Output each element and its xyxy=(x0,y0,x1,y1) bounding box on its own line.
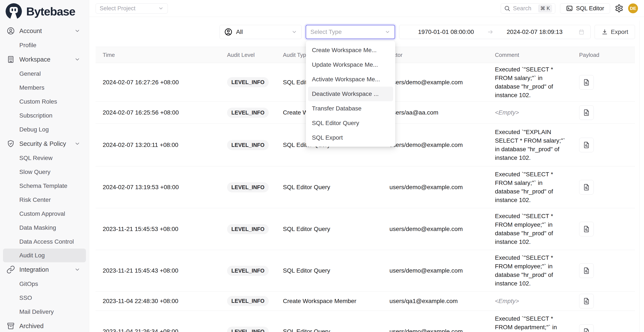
sidebar-item-slow-query[interactable]: Slow Query xyxy=(0,165,89,179)
dropdown-option-transfer-database[interactable]: Transfer Database xyxy=(308,101,393,116)
type-filter-dropdown[interactable]: Select Type xyxy=(306,25,395,39)
sidebar-item-profile[interactable]: Profile xyxy=(0,38,89,52)
cell-actor: users/qa1@example.com xyxy=(390,298,495,305)
export-label: Export xyxy=(611,28,628,35)
cell-audit-level: LEVEL_INFO xyxy=(227,140,283,150)
select-project-dropdown[interactable]: Select Project xyxy=(96,3,168,13)
cell-time: 2023-11-04 21:26:34 +08:00 xyxy=(96,328,227,332)
sidebar-item-data-access-control[interactable]: Data Access Control xyxy=(0,235,89,249)
sidebar-item-general[interactable]: General xyxy=(0,67,89,81)
dropdown-option-update-workspace-member[interactable]: Update Workspace Me... xyxy=(308,57,393,72)
cell-comment: Executed `"EXPLAIN SELECT * FROM salary;… xyxy=(495,128,579,162)
actor-filter-value: All xyxy=(236,28,243,35)
sidebar-item-gitops[interactable]: GitOps xyxy=(0,277,89,291)
column-header-time: Time xyxy=(96,52,227,58)
sidebar-item-workspace[interactable]: Workspace xyxy=(0,52,89,67)
cell-actor: users/demo@example.com xyxy=(390,142,495,149)
top-bar: Select Project Search ⌘ K SQL Editor DE xyxy=(89,0,644,17)
cell-audit-level: LEVEL_INFO xyxy=(227,108,283,118)
sidebar-item-audit-log[interactable]: Audit Log xyxy=(3,249,86,262)
table-row: 2023-11-21 15:45:43 +08:00 LEVEL_INFO SQ… xyxy=(96,250,635,292)
sidebar-item-schema-template[interactable]: Schema Template xyxy=(0,179,89,193)
cell-time: 2024-02-07 16:25:56 +08:00 xyxy=(96,109,227,116)
sidebar-nav: Account Profile Workspace General Member… xyxy=(0,20,89,332)
cell-time: 2023-11-21 15:45:53 +08:00 xyxy=(96,226,227,232)
payload-view-button[interactable] xyxy=(579,222,594,236)
sql-editor-button[interactable]: SQL Editor xyxy=(560,3,610,13)
file-search-icon xyxy=(582,141,590,149)
dropdown-option-sql-export[interactable]: SQL Export xyxy=(308,130,393,145)
cell-audit-type: SQL Editor Query xyxy=(283,328,390,332)
export-button[interactable]: Export xyxy=(594,25,635,39)
sidebar-item-subscription[interactable]: Subscription xyxy=(0,109,89,123)
sidebar-item-sso[interactable]: SSO xyxy=(0,291,89,305)
sql-editor-label: SQL Editor xyxy=(576,5,604,12)
sidebar-item-members[interactable]: Members xyxy=(0,81,89,95)
file-search-icon xyxy=(582,109,590,117)
scrollbar-track[interactable] xyxy=(640,20,640,332)
brand[interactable]: Bytebase xyxy=(0,0,89,20)
dropdown-option-sql-editor-query[interactable]: SQL Editor Query xyxy=(308,116,393,130)
cell-actor: users/demo@example.com xyxy=(390,328,495,332)
sidebar-item-mail-delivery[interactable]: Mail Delivery xyxy=(0,305,89,319)
gear-icon[interactable] xyxy=(615,4,624,13)
shield-check-icon xyxy=(6,139,15,148)
cell-actor: users/demo@example.com xyxy=(390,267,495,274)
payload-view-button[interactable] xyxy=(579,138,594,152)
column-header-actor: Actor xyxy=(390,52,495,58)
search-placeholder: Search xyxy=(513,5,532,12)
user-circle-icon xyxy=(224,28,233,36)
sidebar-item-label: Security & Policy xyxy=(19,140,66,147)
dropdown-option-deactivate-workspace-member[interactable]: Deactivate Workspace ... xyxy=(308,87,393,101)
payload-view-button[interactable] xyxy=(579,105,594,120)
dropdown-option-create-workspace-member[interactable]: Create Workspace Me... xyxy=(308,43,393,57)
cell-audit-level: LEVEL_INFO xyxy=(227,77,283,87)
payload-view-button[interactable] xyxy=(579,263,594,278)
date-range-picker[interactable]: 1970-01-01 08:00:00 2024-02-07 18:09:13 xyxy=(399,25,590,39)
chevron-down-icon xyxy=(292,29,297,35)
cell-comment: Executed `"SELECT * FROM employee;"` in … xyxy=(495,212,579,246)
cell-payload xyxy=(579,75,635,90)
search-shortcut-badge: ⌘ K xyxy=(538,4,552,12)
chevron-down-icon xyxy=(158,5,164,11)
search-input[interactable]: Search ⌘ K xyxy=(501,3,555,13)
bytebase-logo-icon xyxy=(6,3,22,19)
sidebar-item-debug-log[interactable]: Debug Log xyxy=(0,123,89,136)
cell-time: 2024-02-07 13:19:53 +08:00 xyxy=(96,184,227,191)
cell-audit-level: LEVEL_INFO xyxy=(227,266,283,276)
cell-time: 2023-11-04 22:48:30 +08:00 xyxy=(96,298,227,305)
sidebar-item-custom-roles[interactable]: Custom Roles xyxy=(0,95,89,109)
date-to-value[interactable]: 2024-02-07 18:09:13 xyxy=(494,28,576,35)
sidebar-item-archived[interactable]: Archived xyxy=(0,319,89,332)
chevron-down-icon xyxy=(74,56,80,62)
chevron-down-icon xyxy=(74,141,80,147)
arrow-right-icon xyxy=(487,29,494,35)
cell-actor: users/demo@example.com xyxy=(390,184,495,191)
payload-view-button[interactable] xyxy=(579,180,594,194)
sidebar-item-security-policy[interactable]: Security & Policy xyxy=(0,136,89,151)
level-badge: LEVEL_INFO xyxy=(227,266,269,276)
sidebar-item-data-masking[interactable]: Data Masking xyxy=(0,221,89,235)
actor-filter-dropdown[interactable]: All xyxy=(220,25,302,39)
sidebar-item-risk-center[interactable]: Risk Center xyxy=(0,193,89,207)
user-circle-icon xyxy=(6,27,15,35)
sidebar-item-label: Workspace xyxy=(19,56,50,63)
payload-view-button[interactable] xyxy=(579,324,594,332)
date-from-value[interactable]: 1970-01-01 08:00:00 xyxy=(405,28,487,35)
sidebar-item-integration[interactable]: Integration xyxy=(0,262,89,277)
cell-actor: users/demo@example.com xyxy=(390,226,495,232)
cell-payload xyxy=(579,294,635,308)
cell-payload xyxy=(579,138,635,152)
avatar[interactable]: DE xyxy=(628,3,638,13)
sidebar-item-sql-review[interactable]: SQL Review xyxy=(0,151,89,165)
cell-payload xyxy=(579,105,635,120)
payload-view-button[interactable] xyxy=(579,75,594,90)
payload-view-button[interactable] xyxy=(579,294,594,308)
cell-payload xyxy=(579,180,635,194)
cell-comment: Executed `"SELECT * FROM department;"` i… xyxy=(495,315,579,332)
dropdown-option-activate-workspace-member[interactable]: Activate Workspace Me... xyxy=(308,72,393,87)
file-search-icon xyxy=(582,267,590,275)
sidebar-item-custom-approval[interactable]: Custom Approval xyxy=(0,207,89,221)
terminal-icon xyxy=(566,5,573,12)
sidebar-item-account[interactable]: Account xyxy=(0,24,89,38)
